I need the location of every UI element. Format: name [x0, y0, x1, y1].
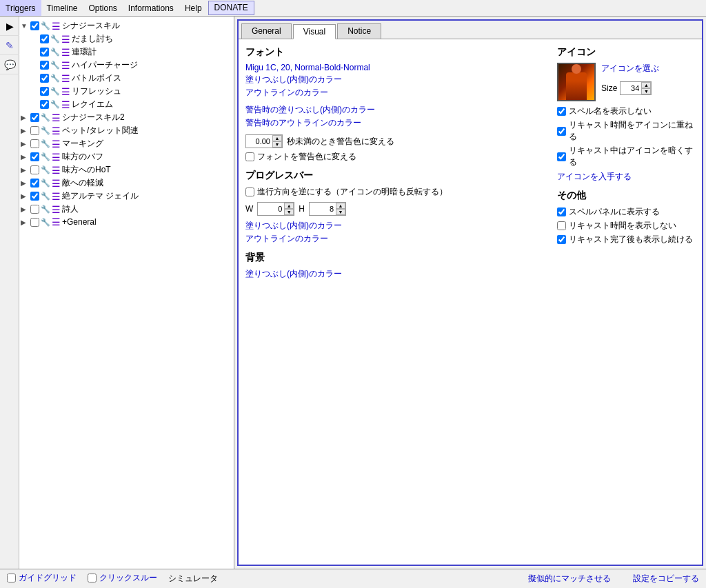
h-input[interactable]: 8 — [310, 204, 336, 214]
tree-check-15[interactable] — [30, 218, 39, 227]
keep-showing-label: リキャスト完了後も表示し続ける — [569, 234, 693, 245]
keep-showing-check[interactable] — [557, 235, 566, 244]
icon-preview-inner — [558, 64, 594, 100]
menu-informations[interactable]: Informations — [123, 0, 179, 16]
toolbar-edit-btn[interactable]: ✎ — [0, 36, 19, 55]
fill-color-link[interactable]: 塗りつぶし(内側)のカラー — [245, 74, 543, 85]
tree-check-14[interactable] — [30, 205, 39, 214]
expand-icon-11[interactable]: ▶ — [21, 166, 29, 174]
expand-icon-8[interactable]: ▶ — [21, 127, 29, 134]
h-down[interactable]: ▼ — [336, 209, 345, 215]
choose-icon-link[interactable]: アイコンを選ぶ — [601, 63, 659, 74]
expand-icon-14[interactable]: ▶ — [21, 205, 29, 213]
tree-check-13[interactable] — [30, 192, 39, 201]
seconds-down[interactable]: ▼ — [272, 141, 282, 148]
expand-icon-0[interactable]: ▼ — [21, 22, 29, 30]
outline-color-link[interactable]: アウトラインのカラー — [245, 87, 543, 99]
bottom-right: 擬似的にマッチさせる 設定をコピーする — [528, 573, 699, 585]
spell-panel-check[interactable] — [557, 207, 566, 216]
wrench-icon-13: 🔧 — [41, 192, 50, 201]
warning-outline-link[interactable]: 警告時のアウトラインのカラー — [245, 117, 543, 129]
copy-settings-link[interactable]: 設定をコピーする — [633, 573, 699, 585]
expand-icon-9[interactable]: ▶ — [21, 140, 29, 148]
expand-icon-12[interactable]: ▶ — [21, 179, 29, 187]
tree-check-12[interactable] — [30, 179, 39, 187]
tree-item-11[interactable]: ▶ 🔧 ☰ 味方へのHoT — [21, 163, 232, 176]
bg-fill-link[interactable]: 塗りつぶし(内側)のカラー — [245, 268, 543, 280]
fuzzy-match-link[interactable]: 擬似的にマッチさせる — [528, 573, 611, 585]
pb-outline-link[interactable]: アウトラインのカラー — [245, 233, 543, 245]
pb-fill-link[interactable]: 塗りつぶし(内側)のカラー — [245, 220, 543, 232]
tree-item-13[interactable]: ▶ 🔧 ☰ 絶アルテマ ジェイル — [21, 190, 232, 203]
tree-check-2[interactable] — [40, 48, 49, 57]
tree-item-9[interactable]: ▶ 🔧 ☰ マーキング — [21, 137, 232, 150]
warning-fill-link[interactable]: 警告時の塗りつぶし(内側)のカラー — [245, 104, 543, 116]
tree-item-2[interactable]: 🔧 ☰ 連環計 — [21, 45, 232, 59]
tree-label-13: 絶アルテマ ジェイル — [62, 190, 139, 202]
size-row: Size 34 ▲ ▼ — [601, 81, 659, 95]
tree-check-6[interactable] — [40, 100, 49, 109]
seconds-up[interactable]: ▲ — [272, 135, 282, 141]
w-input[interactable]: 0 — [258, 204, 284, 214]
tree-check-3[interactable] — [40, 61, 49, 70]
tab-notice[interactable]: Notice — [337, 23, 381, 39]
tree-check-10[interactable] — [30, 152, 39, 161]
expand-icon-7[interactable]: ▶ — [21, 114, 29, 121]
click-through-check[interactable] — [88, 574, 97, 582]
tree-check-5[interactable] — [40, 87, 49, 96]
tree-item-14[interactable]: ▶ 🔧 ☰ 詩人 — [21, 203, 232, 216]
tree-item-7[interactable]: ▶ 🔧 ☰ シナジースキル2 — [21, 111, 232, 124]
spell-name-check[interactable] — [557, 107, 566, 116]
tree-item-15[interactable]: ▶ 🔧 ☰ +General — [21, 216, 232, 228]
guide-grid-label[interactable]: ガイドグリッド — [19, 572, 77, 584]
menu-options[interactable]: Options — [83, 0, 122, 16]
menu-triggers[interactable]: Triggers — [0, 0, 41, 16]
tree-check-0[interactable] — [30, 21, 39, 30]
tree-item-6[interactable]: 🔧 ☰ レクイエム — [21, 98, 232, 111]
font-warning-check[interactable] — [245, 152, 254, 161]
wrench-icon-11: 🔧 — [41, 165, 50, 174]
size-input[interactable]: 34 — [621, 83, 641, 93]
reverse-check[interactable] — [245, 187, 254, 196]
expand-icon-10[interactable]: ▶ — [21, 153, 29, 161]
tree-item-4[interactable]: 🔧 ☰ バトルボイス — [21, 72, 232, 85]
seconds-input[interactable]: 0.00 — [246, 136, 272, 146]
tree-item-10[interactable]: ▶ 🔧 ☰ 味方のバフ — [21, 150, 232, 163]
tab-general[interactable]: General — [241, 23, 292, 39]
recast-dim-check[interactable] — [557, 152, 566, 161]
tree-check-7[interactable] — [30, 113, 39, 122]
right-panel: General Visual Notice フォント Migu 1C, 20, … — [237, 19, 703, 566]
menu-donate[interactable]: DONATE — [208, 1, 254, 15]
tree-check-8[interactable] — [30, 126, 39, 135]
tree-item-12[interactable]: ▶ 🔧 ☰ 敵への軽減 — [21, 176, 232, 190]
font-value-link[interactable]: Migu 1C, 20, Normal-Bold-Normal — [245, 63, 543, 72]
expand-icon-13[interactable]: ▶ — [21, 192, 29, 200]
click-through-label[interactable]: クリックスルー — [99, 572, 157, 584]
tree-check-11[interactable] — [30, 165, 39, 174]
size-up[interactable]: ▲ — [641, 82, 651, 88]
h-up[interactable]: ▲ — [336, 203, 345, 209]
w-down[interactable]: ▼ — [284, 209, 294, 215]
no-recast-time-check[interactable] — [557, 221, 566, 230]
tree-check-4[interactable] — [40, 74, 49, 83]
tree-item-1[interactable]: 🔧 ☰ だまし討ち — [21, 32, 232, 45]
menu-help[interactable]: Help — [179, 0, 208, 16]
w-up[interactable]: ▲ — [284, 203, 294, 209]
expand-icon-15[interactable]: ▶ — [21, 219, 29, 226]
toolbar-comment-btn[interactable]: 💬 — [0, 55, 19, 74]
recast-overlay-check[interactable] — [557, 127, 566, 136]
guide-grid-check[interactable] — [7, 574, 16, 582]
tree-item-3[interactable]: 🔧 ☰ ハイパーチャージ — [21, 59, 232, 72]
tree-check-9[interactable] — [30, 139, 39, 148]
tree-area[interactable]: ▼ 🔧 ☰ シナジースキル 🔧 ☰ だまし討ち — [19, 17, 234, 569]
tree-label-6: レクイエム — [72, 99, 113, 110]
size-down[interactable]: ▼ — [641, 88, 651, 94]
toolbar-play-btn[interactable]: ▶ — [0, 17, 19, 36]
tree-item-8[interactable]: ▶ 🔧 ☰ ペット/タレット関連 — [21, 124, 232, 137]
tab-visual[interactable]: Visual — [293, 24, 336, 39]
get-icon-link[interactable]: アイコンを入手する — [557, 171, 695, 183]
tree-item-0[interactable]: ▼ 🔧 ☰ シナジースキル — [21, 19, 232, 32]
menu-timeline[interactable]: Timeline — [41, 0, 83, 16]
tree-item-5[interactable]: 🔧 ☰ リフレッシュ — [21, 85, 232, 98]
tree-check-1[interactable] — [40, 34, 49, 43]
